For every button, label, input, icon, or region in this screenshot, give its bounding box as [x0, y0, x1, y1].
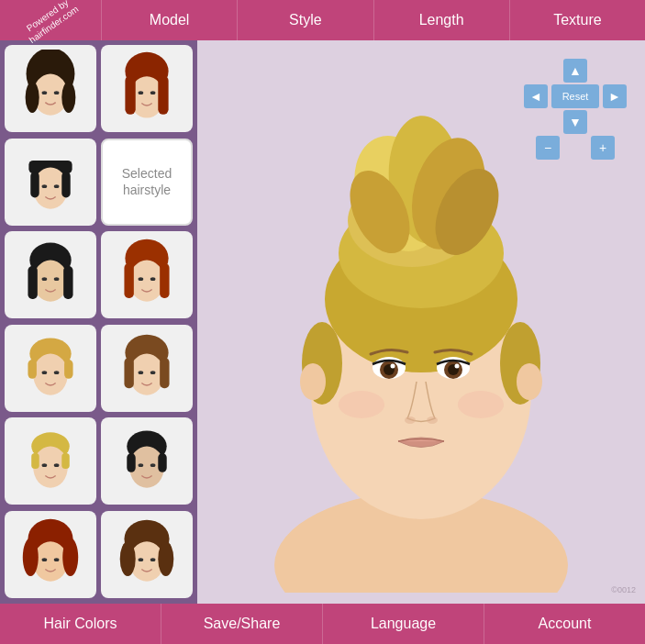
svg-point-56 [23, 538, 39, 576]
reset-button[interactable]: Reset [551, 84, 599, 108]
svg-point-23 [54, 277, 60, 281]
svg-rect-21 [63, 266, 72, 299]
svg-point-2 [26, 82, 39, 113]
model-display-area: ▲ ◄ Reset ► ▼ − + [197, 40, 645, 604]
hairstyle-item-8[interactable] [101, 325, 193, 412]
svg-point-28 [139, 277, 144, 281]
bottom-nav-account[interactable]: Account [484, 604, 645, 644]
svg-point-80 [517, 363, 542, 400]
hairstyle-item-12[interactable] [101, 511, 193, 598]
svg-point-63 [158, 541, 173, 576]
hairstyle-selected-placeholder[interactable]: Selected hairstyle [101, 139, 193, 226]
controls-top-row: ▲ [563, 59, 587, 83]
tab-style[interactable]: Style [237, 0, 373, 40]
hairstyle-item-5[interactable] [5, 231, 96, 318]
svg-point-29 [150, 277, 156, 281]
svg-point-90 [427, 416, 438, 424]
svg-point-89 [405, 416, 416, 424]
zoom-in-button[interactable]: + [591, 136, 615, 160]
move-up-button[interactable]: ▲ [563, 59, 587, 83]
svg-point-64 [139, 558, 144, 561]
bottom-nav-hair-colors[interactable]: Hair Colors [0, 604, 161, 644]
logo-text: Powered by hairfinder.com [20, 0, 80, 46]
selected-hairstyle-label: Selected hairstyle [103, 156, 191, 207]
svg-point-40 [139, 371, 144, 374]
svg-rect-20 [28, 266, 37, 299]
svg-point-4 [42, 91, 48, 94]
svg-point-79 [300, 363, 326, 400]
svg-point-31 [33, 353, 68, 394]
svg-point-84 [391, 364, 395, 369]
svg-point-91 [339, 391, 384, 418]
svg-rect-44 [31, 453, 39, 469]
hairstyle-item-11[interactable] [5, 511, 96, 598]
hairstyle-item-6[interactable] [101, 231, 193, 318]
svg-point-10 [139, 91, 144, 94]
move-left-button[interactable]: ◄ [524, 84, 548, 108]
svg-point-41 [150, 371, 156, 374]
bottom-navigation: Hair Colors Save/Share Language Account [0, 604, 645, 644]
hairstyle-item-7[interactable] [5, 325, 96, 412]
watermark: ©0012 [611, 585, 636, 594]
position-controls: ▲ ◄ Reset ► ▼ − + [524, 59, 627, 160]
svg-point-19 [33, 260, 68, 301]
svg-point-16 [42, 184, 48, 188]
svg-point-47 [54, 463, 60, 467]
svg-point-58 [42, 558, 48, 561]
svg-rect-26 [124, 263, 133, 298]
svg-point-5 [54, 91, 60, 94]
svg-rect-32 [28, 360, 36, 379]
svg-rect-15 [61, 172, 70, 197]
move-down-button[interactable]: ▼ [563, 110, 587, 134]
svg-point-88 [455, 364, 460, 369]
svg-point-46 [42, 463, 48, 467]
hairstyle-item-9[interactable] [5, 417, 96, 505]
svg-point-52 [139, 463, 144, 467]
svg-rect-39 [160, 358, 169, 388]
svg-rect-14 [30, 172, 39, 197]
hairstyle-item-2[interactable] [101, 45, 193, 132]
app-logo: Powered by hairfinder.com [0, 0, 101, 40]
bottom-nav-language[interactable]: Language [323, 604, 484, 644]
main-content: Selected hairstyle [0, 40, 645, 604]
move-right-button[interactable]: ► [603, 84, 627, 108]
tab-model[interactable]: Model [101, 0, 237, 40]
svg-rect-51 [158, 453, 166, 472]
svg-rect-33 [64, 360, 72, 379]
hairstyle-item-1[interactable] [5, 45, 96, 132]
svg-rect-8 [125, 75, 135, 115]
tab-length[interactable]: Length [373, 0, 509, 40]
controls-bottom-row: ▼ [563, 110, 587, 134]
controls-middle-row: ◄ Reset ► [524, 84, 627, 108]
svg-rect-27 [160, 263, 169, 298]
hairstyle-item-10[interactable] [101, 417, 193, 505]
svg-point-59 [54, 558, 60, 561]
svg-point-11 [150, 91, 156, 94]
svg-rect-9 [158, 75, 168, 115]
svg-point-92 [458, 391, 504, 418]
svg-point-22 [42, 277, 48, 281]
svg-point-37 [129, 353, 164, 394]
hairstyle-sidebar: Selected hairstyle [0, 40, 197, 604]
top-navigation: Powered by hairfinder.com Model Style Le… [0, 0, 645, 40]
svg-rect-38 [124, 358, 133, 388]
controls-zoom-row: − + [536, 136, 615, 160]
svg-point-34 [42, 371, 48, 374]
svg-point-65 [150, 558, 156, 561]
svg-point-3 [61, 82, 75, 113]
svg-point-25 [129, 260, 164, 301]
svg-point-35 [54, 371, 60, 374]
svg-point-55 [33, 541, 68, 581]
svg-point-17 [54, 184, 60, 188]
zoom-out-button[interactable]: − [536, 136, 560, 160]
tab-texture[interactable]: Texture [509, 0, 645, 40]
svg-rect-45 [61, 453, 70, 469]
svg-point-53 [150, 463, 156, 467]
svg-point-62 [120, 541, 136, 576]
top-nav-items: Model Style Length Texture [101, 0, 645, 40]
bottom-nav-save-share[interactable]: Save/Share [161, 604, 323, 644]
hairstyle-item-3[interactable] [5, 139, 96, 226]
svg-point-57 [62, 538, 78, 576]
svg-rect-50 [127, 453, 135, 472]
